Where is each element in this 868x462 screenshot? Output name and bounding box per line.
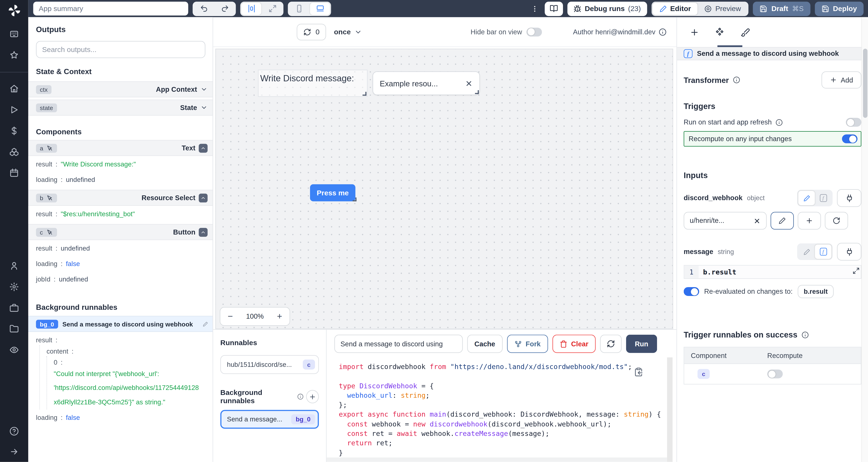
desktop-view-toggle[interactable] [310, 2, 330, 15]
button-component[interactable]: Press me [310, 184, 355, 201]
expand-editor-icon[interactable] [852, 267, 860, 274]
eye-icon[interactable] [9, 345, 19, 355]
component-a-header[interactable]: a Text [28, 140, 213, 156]
page-scrollbar[interactable] [861, 17, 868, 462]
code-area[interactable]: import discordwebhook from "https://deno… [327, 357, 677, 462]
eval-mode-function-icon[interactable]: f [815, 191, 832, 205]
info-icon[interactable] [733, 76, 740, 84]
reevaluate-toggle[interactable] [684, 287, 699, 296]
info-icon[interactable] [297, 393, 303, 400]
code-horizontal-scrollbar[interactable] [327, 458, 667, 462]
draft-button[interactable]: Draft ⌘S [753, 1, 810, 16]
chevron-down-icon[interactable] [200, 104, 208, 111]
briefcase-icon[interactable] [9, 303, 19, 312]
collapse-toggle-icon[interactable] [199, 193, 208, 202]
component-c-type: Button [173, 228, 195, 236]
info-icon[interactable] [659, 28, 667, 36]
refresh-count-button[interactable]: 0 [297, 24, 326, 40]
search-outputs-input[interactable] [36, 41, 205, 58]
scrollbar-thumb[interactable] [863, 48, 867, 118]
run-button[interactable]: Run [626, 335, 657, 353]
static-mode-pencil-icon[interactable] [798, 244, 815, 259]
runnable-name-input[interactable] [334, 335, 463, 353]
undo-button[interactable] [194, 2, 214, 15]
zoom-out-button[interactable]: − [220, 307, 240, 325]
windmill-logo[interactable] [7, 3, 21, 18]
app-canvas[interactable]: Write Discord message: Example resou... … [215, 48, 673, 329]
clear-x-icon[interactable] [753, 217, 761, 224]
user-icon[interactable] [9, 261, 19, 271]
chevron-down-icon[interactable] [200, 86, 208, 93]
play-icon[interactable] [9, 105, 19, 114]
home-icon[interactable] [9, 84, 19, 94]
cache-button[interactable]: Cache [467, 335, 502, 353]
clear-x-icon[interactable] [465, 79, 473, 87]
info-icon[interactable] [776, 119, 783, 126]
center-align-toggle[interactable] [241, 2, 261, 15]
dollar-icon[interactable] [9, 126, 19, 135]
connect-plug-icon[interactable] [837, 243, 861, 260]
info-icon[interactable] [801, 331, 808, 338]
add-bg-runnable-button[interactable] [306, 390, 319, 403]
resize-handle[interactable] [475, 90, 479, 94]
expand-icon[interactable] [262, 2, 282, 15]
hide-bar-toggle[interactable] [526, 27, 542, 36]
refresh-resource-button[interactable] [825, 212, 848, 230]
tab-settings-component-icon[interactable] [707, 17, 733, 47]
component-c-header[interactable]: c Button [28, 224, 213, 240]
pencil-icon[interactable] [203, 321, 208, 327]
resource-select-component[interactable]: Example resou... [373, 71, 480, 95]
clear-button[interactable]: Clear [552, 335, 596, 353]
recompute-c-toggle[interactable] [767, 369, 783, 378]
tab-styling-brush-icon[interactable] [733, 17, 758, 47]
hub-runnable-item[interactable]: hub/1511/discord/se... c [220, 355, 319, 374]
component-b-header[interactable]: b Resource Select [28, 190, 213, 206]
static-mode-pencil-icon[interactable] [798, 191, 815, 205]
cubes-icon[interactable] [9, 147, 19, 157]
debug-runs-button[interactable]: Debug runs (23) [568, 1, 647, 16]
add-transformer-button[interactable]: Add [822, 71, 861, 88]
collapse-toggle-icon[interactable] [199, 228, 208, 236]
mobile-view-toggle[interactable] [289, 2, 309, 15]
tab-editor[interactable]: Editor [652, 2, 698, 15]
text-component[interactable]: Write Discord message: [258, 70, 367, 96]
code-vertical-scrollbar[interactable] [667, 357, 673, 462]
calendar-icon[interactable] [9, 168, 19, 178]
folder-icon[interactable] [9, 324, 19, 334]
resize-handle[interactable] [363, 92, 367, 96]
message-expression-editor[interactable]: 1 b.result [684, 265, 861, 279]
redo-button[interactable] [215, 2, 235, 15]
apps-icon[interactable] [9, 29, 19, 39]
add-resource-button[interactable] [798, 212, 821, 230]
reevaluate-target-badge[interactable]: b.result [798, 285, 834, 298]
bg0-row[interactable]: bg_0 Send a message to discord using web… [28, 316, 213, 332]
state-row[interactable]: state State [28, 100, 213, 116]
more-menu-icon[interactable] [529, 5, 540, 12]
connect-plug-icon[interactable] [837, 189, 861, 207]
fork-button[interactable]: Fork [507, 335, 548, 353]
tab-insert-plus-icon[interactable] [682, 17, 707, 47]
tab-preview[interactable]: Preview [698, 2, 748, 15]
run-on-start-toggle[interactable] [846, 118, 861, 127]
app-summary-input[interactable] [33, 2, 188, 15]
eval-mode-function-icon[interactable]: f [815, 244, 832, 259]
resize-handle[interactable] [352, 198, 356, 201]
run-mode-dropdown[interactable]: once [334, 28, 362, 36]
collapse-toggle-icon[interactable] [199, 143, 208, 153]
ctx-row[interactable]: ctx App Context [28, 81, 213, 97]
refresh-code-button[interactable] [600, 335, 621, 353]
settings-icon[interactable] [9, 282, 19, 292]
bg-runnable-item-selected[interactable]: Send a message... bg_0 [220, 410, 319, 429]
zoom-in-button[interactable]: + [270, 307, 289, 325]
clipboard-copy-icon[interactable] [634, 367, 643, 377]
docs-button[interactable] [545, 1, 563, 16]
component-c-badge[interactable]: c [698, 369, 710, 379]
star-icon[interactable] [9, 51, 19, 60]
help-icon[interactable] [9, 427, 19, 436]
deploy-button[interactable]: Deploy [815, 1, 864, 16]
code-content[interactable]: import discordwebhook from "https://deno… [339, 362, 677, 458]
collapse-arrow-icon[interactable] [9, 447, 19, 457]
recompute-toggle[interactable] [842, 134, 858, 143]
edit-resource-pencil-button[interactable] [771, 212, 794, 230]
resource-value-select[interactable]: u/henri/te... [684, 212, 767, 230]
